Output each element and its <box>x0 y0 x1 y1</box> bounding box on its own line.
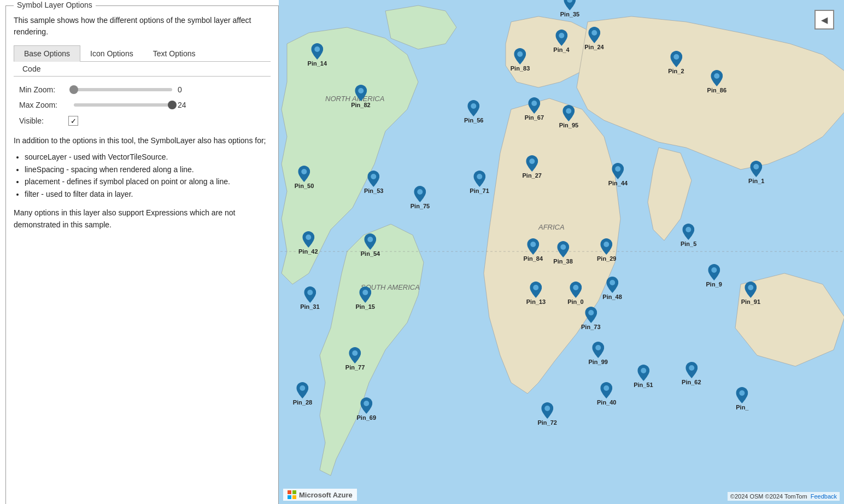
max-zoom-slider[interactable] <box>74 103 172 107</box>
pin-svg <box>745 282 757 298</box>
svg-point-29 <box>711 267 717 273</box>
map-pin[interactable]: Pin_28 <box>293 382 312 406</box>
map-pin[interactable]: Pin_27 <box>522 155 541 179</box>
pin-svg <box>414 186 426 202</box>
map-pin[interactable]: Pin_86 <box>707 70 726 93</box>
map-pin[interactable]: Pin_67 <box>525 97 544 121</box>
svg-point-14 <box>531 101 537 106</box>
pin-svg <box>637 365 649 381</box>
map-pin[interactable]: Pin_5 <box>681 224 696 247</box>
map-pin[interactable]: Pin_56 <box>464 100 483 124</box>
pin-svg <box>612 163 624 179</box>
pin-label: Pin_53 <box>364 187 383 194</box>
map-pin[interactable]: Pin_84 <box>524 238 543 262</box>
map-pin[interactable]: Pin_15 <box>355 286 374 310</box>
map-back-button[interactable]: ◀ <box>814 10 834 30</box>
min-zoom-row: Min Zoom: 0 <box>19 85 271 94</box>
map-pin[interactable]: Pin_40 <box>597 382 616 406</box>
min-zoom-thumb[interactable] <box>69 85 78 94</box>
svg-point-37 <box>595 345 601 350</box>
map-pin[interactable]: Pin_44 <box>608 163 628 186</box>
map-pin[interactable]: Pin_13 <box>526 282 546 305</box>
tabs-container: Base Options Icon Options Text Options <box>14 45 271 62</box>
svg-point-16 <box>302 169 307 174</box>
pin-label: Pin_54 <box>361 250 380 257</box>
pin-svg <box>711 70 723 86</box>
map-pin[interactable]: Pin_62 <box>682 362 701 385</box>
pin-label: Pin_91 <box>741 298 760 305</box>
max-zoom-value: 24 <box>178 101 186 109</box>
pin-svg <box>473 171 485 187</box>
pin-svg <box>557 241 569 257</box>
pin-label: Pin_86 <box>707 87 726 93</box>
pin-label: Pin_40 <box>597 399 616 406</box>
square-blue <box>288 495 291 499</box>
map-pin[interactable]: Pin_14 <box>308 43 327 67</box>
map-pin[interactable]: Pin_31 <box>300 286 319 310</box>
map-pin[interactable]: Pin_ <box>736 387 748 411</box>
pin-label: Pin_69 <box>357 414 376 421</box>
pin-label: Pin_14 <box>308 60 327 67</box>
pin-svg <box>304 286 316 303</box>
pin-label: Pin_73 <box>581 324 600 330</box>
svg-point-27 <box>604 242 609 247</box>
map-pin[interactable]: Pin_48 <box>602 277 622 300</box>
min-zoom-slider[interactable] <box>74 88 172 91</box>
visible-checkbox[interactable]: ✓ <box>68 116 78 126</box>
svg-point-34 <box>307 290 313 295</box>
azure-squares-icon <box>288 490 296 499</box>
map-area[interactable]: NORTH AMERICA SOUTH AMERICA AFRICA Pin_3… <box>279 0 844 504</box>
svg-point-19 <box>477 174 482 179</box>
svg-point-25 <box>530 242 536 247</box>
max-zoom-thumb[interactable] <box>168 101 177 109</box>
map-pin[interactable]: Pin_50 <box>295 166 314 189</box>
map-pin[interactable]: Pin_72 <box>537 402 556 426</box>
tab-icon-options[interactable]: Icon Options <box>80 45 143 61</box>
azure-label-text: Microsoft Azure <box>299 491 353 499</box>
map-pin[interactable]: Pin_77 <box>345 347 365 371</box>
svg-point-18 <box>418 189 423 195</box>
pin-label: Pin_35 <box>560 11 579 17</box>
map-pin[interactable]: Pin_54 <box>361 233 380 257</box>
sub-tab-code[interactable]: Code <box>14 62 49 76</box>
pin-label: Pin_62 <box>682 379 701 385</box>
map-pin[interactable]: Pin_29 <box>597 238 616 262</box>
min-zoom-value: 0 <box>178 85 182 94</box>
feedback-link[interactable]: Feedback <box>811 493 837 500</box>
visible-label: Visible: <box>19 116 68 125</box>
pin-svg <box>368 171 380 187</box>
map-pin[interactable]: Pin_42 <box>298 231 318 255</box>
map-pin[interactable]: Pin_69 <box>357 397 376 421</box>
svg-point-15 <box>566 108 571 114</box>
map-pin[interactable]: Pin_71 <box>470 171 489 194</box>
pin-label: Pin_13 <box>526 298 546 305</box>
pin-label: Pin_77 <box>345 364 365 371</box>
map-pin[interactable]: Pin_24 <box>584 27 603 50</box>
svg-point-17 <box>371 174 377 179</box>
map-pin[interactable]: Pin_82 <box>351 85 370 108</box>
pin-label: Pin_95 <box>559 122 578 128</box>
map-pin[interactable]: Pin_4 <box>553 30 569 53</box>
map-pin[interactable]: Pin_83 <box>511 48 530 72</box>
map-pin[interactable]: Pin_0 <box>567 282 583 305</box>
tab-text-options[interactable]: Text Options <box>143 45 206 61</box>
pin-label: Pin_ <box>736 404 748 411</box>
pin-label: Pin_24 <box>584 44 603 50</box>
map-pin[interactable]: Pin_73 <box>581 307 600 330</box>
map-pin[interactable]: Pin_51 <box>634 365 653 388</box>
map-pin[interactable]: Pin_2 <box>668 51 684 74</box>
pin-label: Pin_42 <box>298 248 318 255</box>
map-pin[interactable]: Pin_95 <box>559 105 578 128</box>
map-pin[interactable]: Pin_75 <box>411 186 430 209</box>
map-pin[interactable]: Pin_91 <box>741 282 760 305</box>
map-pin[interactable]: Pin_35 <box>560 0 579 17</box>
svg-text:AFRICA: AFRICA <box>538 223 565 231</box>
map-pin[interactable]: Pin_9 <box>706 264 722 288</box>
map-pin[interactable]: Pin_99 <box>588 342 607 365</box>
map-pin[interactable]: Pin_1 <box>748 161 764 184</box>
min-zoom-label: Min Zoom: <box>19 85 68 94</box>
info-bullet-2: placement - defines if symbol placed on … <box>25 175 271 187</box>
map-pin[interactable]: Pin_38 <box>553 241 572 265</box>
tab-base-options[interactable]: Base Options <box>14 45 80 62</box>
map-pin[interactable]: Pin_53 <box>364 171 383 194</box>
